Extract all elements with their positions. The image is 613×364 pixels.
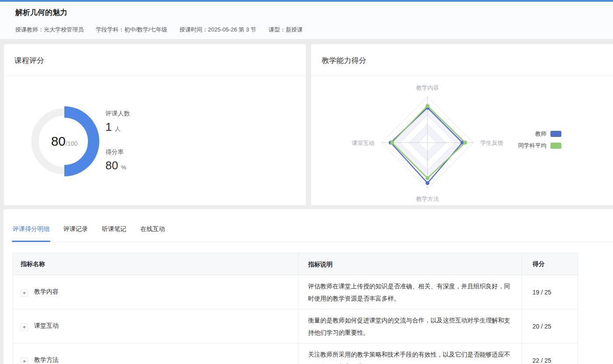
score-detail-table: 指标名称 指标说明 得分 + 教学内容 评估教师在课堂上传授的知识是否准确、相关… bbox=[13, 253, 578, 364]
page-title: 解析几何的魅力 bbox=[15, 7, 67, 18]
indicator-score: 19 / 25 bbox=[522, 275, 578, 309]
expand-icon[interactable]: + bbox=[21, 323, 28, 331]
radar-axis-label: 学生反馈 bbox=[480, 140, 503, 146]
column-header-indicator-name: 指标名称 bbox=[13, 253, 298, 275]
teaching-ability-title: 教学能力得分 bbox=[322, 56, 366, 66]
tab-online-interaction[interactable]: 在线互动 bbox=[140, 225, 165, 242]
table-row: + 教学方法 关注教师所采用的教学策略和技术手段的有效性，以及它们是否能够适应不… bbox=[13, 343, 578, 364]
tab-review-records[interactable]: 评课记录 bbox=[63, 225, 88, 242]
divider bbox=[4, 76, 306, 76]
legend-swatch-subject-average bbox=[550, 143, 561, 149]
meta-course-type: 课型：新授课 bbox=[269, 26, 303, 34]
expand-icon[interactable]: + bbox=[21, 357, 28, 364]
legend-swatch-teacher bbox=[550, 131, 561, 137]
radar-axis-label: 教学方法 bbox=[416, 196, 439, 202]
donut-score-denominator: /100 bbox=[66, 140, 77, 147]
legend-label: 教师 bbox=[535, 130, 546, 138]
legend-item-teacher[interactable]: 教师 bbox=[518, 130, 561, 138]
teaching-ability-radar: 教学内容学生反馈教学方法课堂互动 bbox=[331, 78, 524, 206]
indicator-score: 20 / 25 bbox=[522, 309, 578, 343]
tab-score-detail[interactable]: 评课得分明细 bbox=[13, 225, 49, 242]
page-header: 解析几何的魅力 授课教师：光大学校管理员 学段学科：初中/数学/七年级 授课时间… bbox=[0, 2, 613, 39]
table-header-row: 指标名称 指标说明 得分 bbox=[13, 253, 578, 275]
indicator-desc: 衡量的是教师如何促进课堂内的交流与合作，以及这些互动对学生理解和支持他们学习的重… bbox=[298, 309, 522, 343]
donut-center-label: 80 /100 bbox=[27, 104, 102, 178]
course-score-card: 课程评分 80 /100 评课人数 1 人 得分率 80 % bbox=[4, 44, 306, 206]
meta-teacher: 授课教师：光大学校管理员 bbox=[15, 26, 84, 34]
tab-bar: 评课得分明细 评课记录 听课笔记 在线互动 bbox=[13, 225, 613, 242]
radar-data-point bbox=[390, 141, 394, 145]
tab-listening-notes[interactable]: 听课笔记 bbox=[102, 225, 126, 242]
detail-section: 评课得分明细 评课记录 听课笔记 在线互动 指标名称 指标说明 得分 + 教学内… bbox=[4, 209, 613, 364]
stat-label-reviewers: 评课人数 bbox=[105, 109, 130, 118]
column-header-indicator-desc: 指标说明 bbox=[298, 253, 522, 275]
column-header-score: 得分 bbox=[522, 253, 578, 275]
divider bbox=[311, 76, 613, 76]
stat-value-score-rate: 80 bbox=[105, 159, 118, 172]
radar-data-point bbox=[426, 176, 430, 180]
meta-grade-subject: 学段学科：初中/数学/七年级 bbox=[96, 26, 167, 34]
teaching-ability-card: 教学能力得分 教学内容学生反馈教学方法课堂互动 教师 同学科平均 bbox=[311, 44, 613, 206]
indicator-desc: 评估教师在课堂上传授的知识是否准确、相关、有深度，并且组织良好，同时使用的教学资… bbox=[298, 275, 522, 309]
radar-axis-label: 教学内容 bbox=[416, 84, 439, 91]
radar-data-point bbox=[426, 104, 430, 108]
stat-unit-reviewers: 人 bbox=[115, 125, 120, 133]
indicator-name: 教学内容 bbox=[34, 288, 59, 295]
radar-data-point bbox=[426, 181, 430, 185]
expand-icon[interactable]: + bbox=[21, 289, 28, 297]
legend-item-subject-average[interactable]: 同学科平均 bbox=[518, 142, 561, 150]
stat-value-reviewers: 1 bbox=[105, 120, 112, 134]
radar-legend: 教师 同学科平均 bbox=[518, 130, 561, 154]
stat-label-score-rate: 得分率 bbox=[105, 147, 130, 156]
radar-axis-label: 课堂互动 bbox=[352, 140, 375, 146]
legend-label: 同学科平均 bbox=[518, 142, 546, 150]
indicator-score: 22 / 25 bbox=[522, 343, 578, 364]
indicator-name: 教学方法 bbox=[34, 356, 59, 363]
table-row: + 教学内容 评估教师在课堂上传授的知识是否准确、相关、有深度，并且组织良好，同… bbox=[13, 275, 578, 309]
course-meta-row: 授课教师：光大学校管理员 学段学科：初中/数学/七年级 授课时间：2025-05… bbox=[15, 26, 303, 34]
indicator-desc: 关注教师所采用的教学策略和技术手段的有效性，以及它们是否能够适应不同的学习风格和… bbox=[298, 343, 522, 364]
donut-score-value: 80 bbox=[51, 134, 66, 149]
course-score-title: 课程评分 bbox=[14, 56, 44, 66]
score-stats: 评课人数 1 人 得分率 80 % bbox=[105, 109, 130, 174]
table-row: + 课堂互动 衡量的是教师如何促进课堂内的交流与合作，以及这些互动对学生理解和支… bbox=[13, 309, 578, 343]
meta-time: 授课时间：2025-05-26 第 3 节 bbox=[179, 26, 256, 34]
radar-data-point bbox=[463, 141, 467, 145]
indicator-name: 课堂互动 bbox=[34, 322, 59, 329]
stat-unit-score-rate: % bbox=[121, 164, 126, 171]
